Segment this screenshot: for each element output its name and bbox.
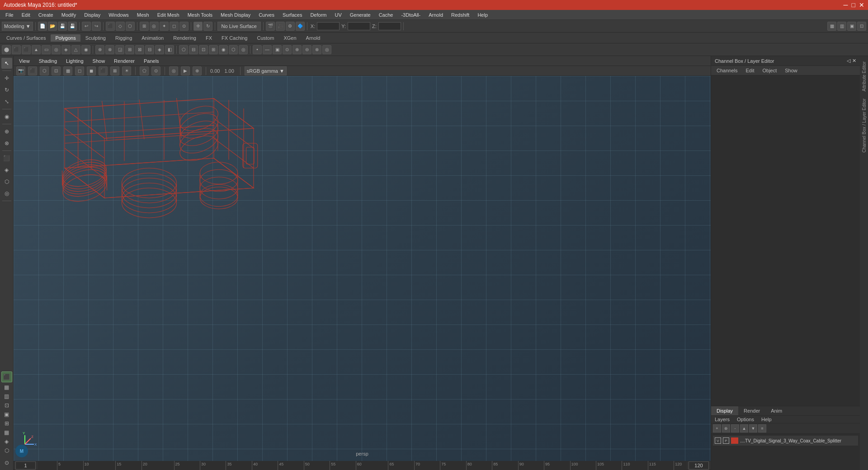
channels-tab[interactable]: Channels [713, 67, 741, 74]
layer-color-swatch[interactable] [731, 437, 738, 444]
render-btn[interactable]: 🎬 [266, 22, 275, 31]
layout-btn4[interactable]: ⊡ [857, 22, 866, 31]
close-button[interactable]: ✕ [859, 1, 864, 9]
layout-panel1[interactable]: ⬛ [1, 371, 12, 382]
layout-btn3[interactable]: ▣ [847, 22, 856, 31]
menu-display[interactable]: Display [80, 11, 104, 19]
bevel-btn[interactable]: ◲ [115, 45, 124, 54]
help-sub-tab[interactable]: Help [758, 416, 775, 423]
tab-polygons[interactable]: Polygons [51, 34, 80, 42]
right-panel-expand-btn[interactable]: ◁ [847, 58, 850, 64]
vp-backface-btn[interactable]: ⊙ [151, 66, 160, 75]
object-tab[interactable]: Object [759, 67, 780, 74]
move-tool-btn[interactable]: ✛ [193, 22, 203, 31]
vp-light-btn[interactable]: ☀ [122, 66, 131, 75]
vp-film-gate-btn[interactable]: ⬛ [28, 66, 37, 75]
vp-menu-lighting[interactable]: Lighting [63, 58, 86, 64]
extrude-btn[interactable]: ⊕ [95, 45, 104, 54]
snap-surface-btn[interactable]: ◻ [170, 22, 179, 31]
menu-edit[interactable]: Edit [18, 11, 34, 19]
sel-grow-btn[interactable]: ⊕ [292, 45, 302, 54]
layout-panel9[interactable]: ⬡ [1, 446, 12, 455]
timeline-start-field[interactable]: 1 [15, 461, 36, 470]
menu-help[interactable]: Help [474, 11, 491, 19]
show-manip[interactable]: ⊕ [1, 126, 12, 137]
poly-sphere-btn[interactable]: ⬤ [2, 45, 11, 54]
layout-panel5[interactable]: ▣ [1, 410, 12, 418]
move-tool[interactable]: ✛ [1, 73, 12, 84]
tab-arnold[interactable]: Arnold [302, 34, 325, 42]
tab-animation[interactable]: Animation [137, 34, 168, 42]
layers-sub-tab[interactable]: Layers [711, 416, 733, 423]
fill-hole-btn[interactable]: ◧ [165, 45, 174, 54]
layer-move-down-btn[interactable]: ▼ [749, 424, 757, 432]
tab-rigging[interactable]: Rigging [111, 34, 137, 42]
menu-curves[interactable]: Curves [255, 11, 278, 19]
vp-wireframe2-btn[interactable]: ◼ [87, 66, 96, 75]
merge-btn[interactable]: ◈ [155, 45, 164, 54]
vp-menu-shading[interactable]: Shading [36, 58, 60, 64]
menu-windows[interactable]: Windows [105, 11, 132, 19]
menu-uv[interactable]: UV [331, 11, 345, 19]
layout-panel7[interactable]: ▦ [1, 428, 12, 437]
snap-point-btn[interactable]: ✦ [160, 22, 169, 31]
poly-disc-btn[interactable]: ◉ [81, 45, 90, 54]
layout-btn1[interactable]: ▦ [827, 22, 836, 31]
menu-edit-mesh[interactable]: Edit Mesh [154, 11, 183, 19]
layout-panel3[interactable]: ▥ [1, 392, 12, 400]
sel-edge-btn[interactable]: — [263, 45, 272, 54]
show-tab[interactable]: Show [781, 67, 801, 74]
bridge-btn[interactable]: ⊗ [105, 45, 114, 54]
vp-shaded-btn[interactable]: ⬛ [99, 66, 108, 75]
open-file-btn[interactable]: 📂 [48, 22, 57, 31]
options-sub-tab[interactable]: Options [733, 416, 758, 423]
layer-sort-btn[interactable]: ≡ [758, 424, 766, 432]
sel-loop-btn[interactable]: ⊗ [312, 45, 321, 54]
menu-create[interactable]: Create [35, 11, 57, 19]
no-live-surface-btn[interactable]: No Live Surface [217, 22, 261, 31]
layout-panel4[interactable]: ⊡ [1, 401, 12, 409]
tab-sculpting[interactable]: Sculpting [81, 34, 110, 42]
sel-shrink-btn[interactable]: ⊖ [302, 45, 311, 54]
select-tool-btn[interactable]: ⬛ [106, 22, 115, 31]
vp-tex-btn[interactable]: ⊠ [110, 66, 119, 75]
tab-rendering[interactable]: Rendering [169, 34, 201, 42]
poly-cube-btn[interactable]: ⬛ [12, 45, 21, 54]
y-field[interactable] [348, 22, 370, 30]
new-file-btn[interactable]: 📄 [38, 22, 47, 31]
layer-remove-btn[interactable]: - [731, 424, 739, 432]
render-settings-btn[interactable]: ⚙ [286, 22, 295, 31]
mode-dropdown[interactable]: Modeling ▼ [2, 22, 33, 31]
tab-fx[interactable]: FX [201, 34, 217, 42]
anim-tab[interactable]: Anim [765, 406, 788, 415]
layer-add-btn[interactable]: + [713, 424, 721, 432]
minimize-button[interactable]: ─ [844, 1, 848, 9]
layer-add-sel-btn[interactable]: ⊕ [722, 424, 730, 432]
rotate-tool[interactable]: ↻ [1, 85, 12, 95]
save-file-btn[interactable]: 💾 [58, 22, 67, 31]
maximize-button[interactable]: □ [852, 1, 855, 9]
layer-move-up-btn[interactable]: ▲ [740, 424, 748, 432]
right-panel-close-btn[interactable]: ✕ [852, 58, 856, 64]
vp-menu-panels[interactable]: Panels [141, 58, 162, 64]
tab-custom[interactable]: Custom [253, 34, 279, 42]
poly-torus-btn[interactable]: ◎ [52, 45, 61, 54]
rotate-tool-btn[interactable]: ↻ [203, 22, 212, 31]
last-tool[interactable]: ⊗ [1, 138, 12, 149]
menu-arnold[interactable]: Arnold [425, 11, 447, 19]
snap-curve-btn[interactable]: ◎ [150, 22, 159, 31]
soft-sel-tool[interactable]: ◉ [1, 111, 12, 122]
snap-toggle[interactable]: ◈ [1, 164, 12, 175]
menu-surfaces[interactable]: Surfaces [279, 11, 306, 19]
menu-redshift[interactable]: Redshift [448, 11, 473, 19]
vp-grid-btn[interactable]: ▦ [63, 66, 72, 75]
vp-menu-view[interactable]: View [16, 58, 33, 64]
edit-tab[interactable]: Edit [742, 67, 758, 74]
viewport-3d[interactable]: persp X Y Z M [14, 76, 711, 461]
menu-mesh[interactable]: Mesh [133, 11, 153, 19]
vp-menu-show[interactable]: Show [90, 58, 108, 64]
quick-select[interactable]: ◎ [1, 188, 12, 199]
menu-mesh-tools[interactable]: Mesh Tools [184, 11, 216, 19]
render-seq-btn[interactable]: 🎥 [276, 22, 285, 31]
combine-btn[interactable]: ⊠ [135, 45, 144, 54]
